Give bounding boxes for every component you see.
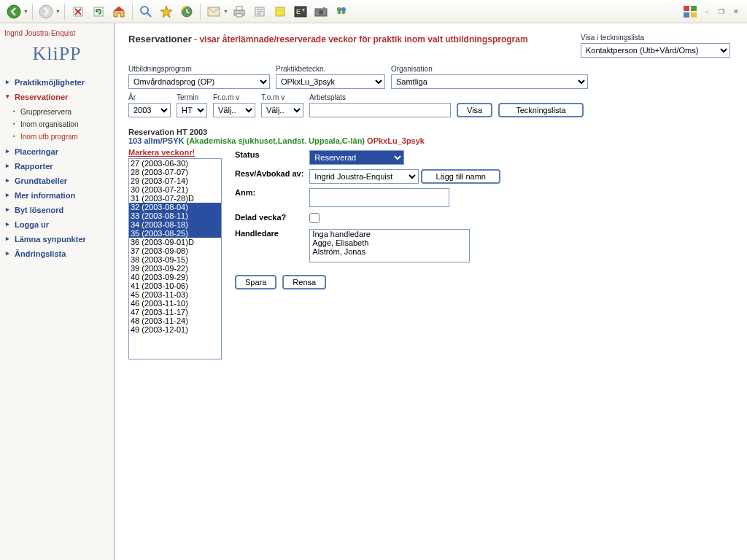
subnav-gruppreservera[interactable]: Gruppreservera: [12, 106, 109, 118]
subnav-inom-utb[interactable]: Inom utb.program: [12, 131, 109, 143]
windows-logo-icon: [683, 5, 699, 18]
week-item[interactable]: 35 (2003-08-25): [129, 229, 221, 238]
tom-select[interactable]: Välj..: [261, 103, 303, 117]
notes-button[interactable]: [271, 2, 290, 21]
forward-dropdown-icon[interactable]: ▼: [55, 9, 61, 14]
handledare-item[interactable]: Inga handledare: [310, 230, 469, 238]
restore-button[interactable]: ❐: [715, 7, 728, 17]
week-item[interactable]: 40 (2003-09-29): [129, 273, 221, 281]
username-label: Ingrid Joustra-Enquist: [4, 29, 109, 37]
week-item[interactable]: 29 (2003-07-14): [129, 176, 221, 185]
reservation-info: Reservation HT 2003 103 allm/PSYK (Akade…: [128, 128, 734, 145]
rensa-button[interactable]: Rensa: [282, 275, 326, 289]
utbprog-select[interactable]: Omvårdnadsprog (OP): [128, 74, 270, 89]
content-area: Reservationer - visar återlämnade/reserv…: [115, 23, 747, 560]
nav-reservationer[interactable]: Reservationer: [4, 90, 109, 104]
back-button[interactable]: [4, 2, 23, 21]
minimize-button[interactable]: –: [700, 7, 713, 17]
mail-dropdown-icon[interactable]: ▼: [223, 9, 228, 14]
week-item[interactable]: 33 (2003-08-11): [129, 211, 221, 220]
svg-rect-8: [236, 7, 242, 10]
svg-rect-16: [323, 7, 325, 9]
teckningslista-button[interactable]: Teckningslista: [498, 103, 583, 117]
status-select[interactable]: Reserverad: [309, 150, 404, 165]
week-item[interactable]: 38 (2003-09-15): [129, 255, 221, 264]
week-item[interactable]: 47 (2003-11-17): [129, 308, 221, 316]
refresh-button[interactable]: [89, 2, 108, 21]
svg-point-18: [341, 7, 346, 12]
subnav-inom-org[interactable]: Inom organisation: [12, 118, 109, 131]
stop-button[interactable]: [69, 2, 88, 21]
back-dropdown-icon[interactable]: ▼: [23, 9, 28, 14]
week-item[interactable]: 36 (2003-09-01)D: [129, 238, 221, 246]
visa-button[interactable]: Visa: [457, 103, 492, 117]
svg-rect-20: [691, 6, 697, 11]
from-select[interactable]: Välj..: [213, 103, 255, 117]
edit-button[interactable]: [250, 2, 269, 21]
svg-point-4: [141, 7, 148, 14]
forward-button[interactable]: [36, 2, 55, 21]
handledare-listbox[interactable]: Inga handledareAgge, ElisabethAlström, J…: [309, 229, 470, 262]
history-button[interactable]: [177, 2, 196, 21]
week-item[interactable]: 30 (2003-07-21): [129, 185, 221, 194]
print-button[interactable]: [230, 2, 249, 21]
week-item[interactable]: 41 (2003-10-06): [129, 281, 221, 290]
visa-label: Visa i teckningslista: [581, 34, 734, 42]
close-button[interactable]: ✕: [729, 7, 743, 17]
nav-mer-info[interactable]: Mer information: [4, 188, 109, 203]
visa-select[interactable]: Kontaktperson (Utb+Vård/Oms): [581, 43, 730, 58]
lagg-till-button[interactable]: Lägg till namn: [421, 169, 500, 184]
week-item[interactable]: 37 (2003-09-08): [129, 246, 221, 255]
svg-rect-19: [684, 6, 689, 11]
svg-rect-11: [276, 7, 285, 16]
nav-grundtabeller[interactable]: Grundtabeller: [4, 174, 109, 188]
nav-logga-ur[interactable]: Logga ur: [4, 217, 109, 232]
svg-point-17: [337, 7, 341, 12]
messenger-button[interactable]: [332, 2, 351, 21]
week-item[interactable]: 49 (2003-12-01): [129, 325, 221, 334]
week-listbox[interactable]: 27 (2003-06-30)28 (2003-07-07)29 (2003-0…: [128, 158, 222, 359]
ar-select[interactable]: 2003: [128, 103, 171, 117]
delad-checkbox[interactable]: [309, 213, 320, 223]
svg-point-0: [7, 5, 20, 18]
page-title: Reservationer - visar återlämnade/reserv…: [128, 34, 559, 44]
nav-praktik[interactable]: Praktikmöjligheter: [4, 75, 109, 90]
nav-synpunkter[interactable]: Lämna synpunkter: [4, 232, 109, 246]
svg-point-1: [39, 5, 53, 18]
week-item[interactable]: 28 (2003-07-07): [129, 168, 221, 176]
nav-rapporter[interactable]: Rapporter: [4, 159, 109, 174]
app-logo: KliPP: [4, 43, 109, 65]
research-button[interactable]: E: [291, 2, 310, 21]
org-select[interactable]: Samtliga: [391, 74, 588, 89]
prakt-select[interactable]: OPkxLu_3psyk: [276, 74, 385, 89]
nav-placeringar[interactable]: Placeringar: [4, 144, 109, 159]
handledare-item[interactable]: Agge, Elisabeth: [310, 238, 469, 247]
week-item[interactable]: 45 (2003-11-03): [129, 290, 221, 299]
camera-button[interactable]: [311, 2, 330, 21]
week-item[interactable]: 48 (2003-11-24): [129, 316, 221, 325]
nav-menu: Praktikmöjligheter Reservationer Gruppre…: [4, 75, 109, 261]
sidebar: Ingrid Joustra-Enquist KliPP Praktikmöjl…: [0, 23, 115, 560]
search-button[interactable]: [136, 2, 155, 21]
week-item[interactable]: 31 (2003-07-28)D: [129, 194, 221, 203]
resv-select[interactable]: Ingrid Joustra-Enquist: [309, 169, 419, 184]
anm-textarea[interactable]: [309, 188, 449, 207]
handledare-item[interactable]: Alström, Jonas: [310, 247, 469, 256]
week-item[interactable]: 46 (2003-11-10): [129, 299, 221, 308]
home-button[interactable]: [109, 2, 128, 21]
svg-rect-22: [691, 12, 697, 18]
svg-point-15: [319, 10, 323, 15]
week-item[interactable]: 34 (2003-08-18): [129, 220, 221, 229]
week-item[interactable]: 32 (2003-08-04): [129, 203, 221, 211]
week-item[interactable]: 39 (2003-09-22): [129, 264, 221, 273]
arbets-input[interactable]: [309, 103, 451, 117]
week-item[interactable]: 27 (2003-06-30): [129, 159, 221, 168]
browser-toolbar: ▼ ▼ ▼ E – ❐ ✕: [0, 0, 747, 23]
termin-select[interactable]: HT: [177, 103, 207, 117]
nav-andringslista[interactable]: Ändringslista: [4, 246, 109, 261]
mail-button[interactable]: [204, 2, 223, 21]
markera-label: Markera veckonr!: [128, 148, 222, 157]
spara-button[interactable]: Spara: [235, 275, 276, 289]
favorites-button[interactable]: [157, 2, 176, 21]
nav-byt-losenord[interactable]: Byt lösenord: [4, 203, 109, 217]
